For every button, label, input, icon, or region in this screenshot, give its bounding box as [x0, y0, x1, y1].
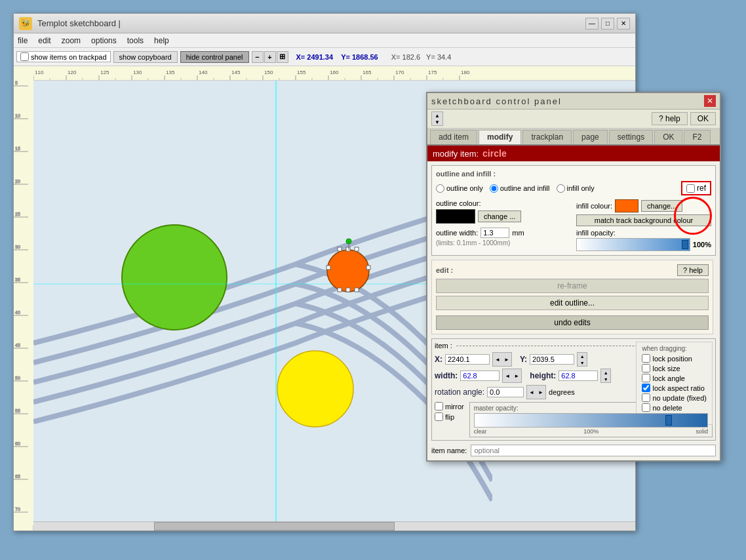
cp-ok-button[interactable]: OK: [690, 112, 716, 125]
menu-zoom[interactable]: zoom: [62, 36, 81, 45]
no-delete-label[interactable]: no delete: [642, 403, 707, 412]
radio-outline-and-infill[interactable]: [490, 184, 498, 193]
menu-options[interactable]: options: [91, 36, 117, 45]
rotation-input[interactable]: [487, 387, 524, 397]
no-delete-checkbox[interactable]: [642, 403, 650, 412]
tab-f2[interactable]: F2: [684, 130, 710, 144]
lock-position-checkbox[interactable]: [642, 354, 650, 363]
master-opacity-slider[interactable]: [474, 413, 708, 428]
y-arrow-down[interactable]: ▼: [578, 359, 587, 366]
infill-opacity-slider[interactable]: [576, 238, 690, 251]
menu-help[interactable]: help: [154, 36, 169, 45]
svg-point-72: [122, 225, 227, 330]
svg-text:155: 155: [297, 70, 306, 75]
svg-rect-77: [346, 247, 350, 251]
x-arrow-right[interactable]: ►: [502, 353, 511, 366]
tab-add-item[interactable]: add item: [430, 130, 477, 144]
y-arrow-up[interactable]: ▲: [578, 353, 587, 359]
flip-checkbox[interactable]: [435, 412, 443, 421]
rotation-arrow-left[interactable]: ◄: [527, 386, 536, 399]
radio-outline-only[interactable]: [436, 184, 444, 193]
mirror-checkbox[interactable]: [435, 402, 443, 410]
x-arrow-left[interactable]: ◄: [493, 353, 502, 366]
zoom-fit-button[interactable]: ⊞: [277, 51, 288, 63]
height-arrow-down[interactable]: ▼: [601, 376, 610, 382]
svg-text:170: 170: [395, 70, 404, 75]
svg-text:120: 120: [68, 70, 77, 75]
y-input[interactable]: [530, 354, 574, 365]
ref-checkbox[interactable]: [686, 184, 695, 193]
svg-text:30: 30: [15, 245, 20, 249]
menu-file[interactable]: file: [18, 36, 28, 45]
hide-control-panel-button[interactable]: hide control panel: [180, 51, 249, 63]
lock-angle-label[interactable]: lock angle: [642, 374, 707, 382]
undo-edits-button[interactable]: undo edits: [436, 315, 709, 330]
cp-scroll-up[interactable]: ▲: [432, 112, 442, 119]
reframe-button[interactable]: re-frame: [436, 279, 709, 293]
window-title: Templot sketchboard |: [37, 18, 585, 28]
menu-edit[interactable]: edit: [38, 36, 50, 45]
h-scrollbar[interactable]: [33, 521, 635, 530]
lock-aspect-ratio-checkbox[interactable]: [642, 384, 650, 392]
title-buttons: — □ ✕: [585, 18, 630, 30]
tab-trackplan[interactable]: trackplan: [522, 130, 572, 144]
radio-outline-only-label[interactable]: outline only: [436, 184, 483, 193]
minimize-button[interactable]: —: [585, 18, 599, 30]
svg-text:180: 180: [461, 70, 470, 75]
match-track-button[interactable]: match track background colour: [576, 214, 711, 226]
tab-page[interactable]: page: [573, 130, 608, 144]
mirror-label[interactable]: mirror: [435, 402, 464, 410]
rotation-arrow-right[interactable]: ►: [536, 386, 545, 399]
svg-text:135: 135: [166, 70, 175, 75]
svg-rect-42: [14, 66, 33, 525]
y-label: Y:: [520, 355, 527, 364]
lock-size-label[interactable]: lock size: [642, 364, 707, 372]
radio-infill-only[interactable]: [557, 184, 565, 193]
item-model-section: item : model mm: X: ◄ ► Y: ▲ ▼ when drag…: [431, 338, 716, 441]
zoom-minus-button[interactable]: −: [252, 51, 264, 63]
radio-outline-and-infill-label[interactable]: outline and infill: [490, 184, 550, 193]
outline-width-input[interactable]: [481, 228, 509, 238]
edit-dragging-container: edit : ? help re-frame edit outline... u…: [431, 260, 716, 334]
svg-text:55: 55: [15, 409, 20, 413]
height-arrow-up[interactable]: ▲: [601, 369, 610, 376]
ref-checkbox-container[interactable]: ref: [681, 181, 711, 195]
cp-scroll-down[interactable]: ▼: [432, 119, 442, 125]
lock-angle-checkbox[interactable]: [642, 374, 650, 382]
show-items-label[interactable]: show items on trackpad: [16, 51, 111, 62]
close-button[interactable]: ✕: [617, 18, 630, 30]
tab-modify[interactable]: modify: [479, 130, 521, 144]
width-arrow-right[interactable]: ►: [512, 369, 521, 382]
menu-tools[interactable]: tools: [127, 36, 144, 45]
item-name-input[interactable]: [471, 445, 716, 456]
edit-section-title: edit :: [436, 266, 453, 274]
show-copyboard-button[interactable]: show copyboard: [113, 51, 178, 63]
edit-outline-button[interactable]: edit outline...: [436, 296, 709, 310]
outline-change-button[interactable]: change ...: [478, 210, 521, 222]
width-arrow-left[interactable]: ◄: [503, 369, 512, 382]
radio-infill-only-label[interactable]: infill only: [557, 184, 595, 193]
infill-change-button[interactable]: change...: [641, 200, 682, 212]
x-input[interactable]: [445, 354, 490, 365]
svg-text:145: 145: [231, 70, 241, 75]
tab-settings[interactable]: settings: [609, 130, 653, 144]
edit-help-button[interactable]: ? help: [677, 264, 709, 276]
no-update-checkbox[interactable]: [642, 393, 650, 402]
width-label: width:: [435, 371, 458, 380]
lock-position-label[interactable]: lock position: [642, 354, 707, 363]
zoom-plus-button[interactable]: +: [264, 51, 276, 63]
lock-aspect-ratio-label[interactable]: lock aspect ratio: [642, 384, 707, 392]
cp-help-button[interactable]: ? help: [652, 112, 688, 125]
width-input[interactable]: [460, 370, 500, 381]
show-items-checkbox[interactable]: [20, 52, 29, 61]
h-scrollbar-thumb[interactable]: [154, 522, 395, 530]
svg-text:20: 20: [15, 179, 20, 184]
height-input[interactable]: [559, 370, 598, 381]
no-update-label[interactable]: no update (fixed): [642, 393, 707, 402]
flip-label[interactable]: flip: [435, 412, 464, 421]
tab-ok[interactable]: OK: [654, 130, 682, 144]
lock-size-checkbox[interactable]: [642, 364, 650, 372]
cp-close-button[interactable]: ✕: [704, 95, 716, 107]
maximize-button[interactable]: □: [601, 18, 614, 30]
ruler-vertical: 5 10 15 20 25 30 35 40 45: [14, 66, 33, 530]
